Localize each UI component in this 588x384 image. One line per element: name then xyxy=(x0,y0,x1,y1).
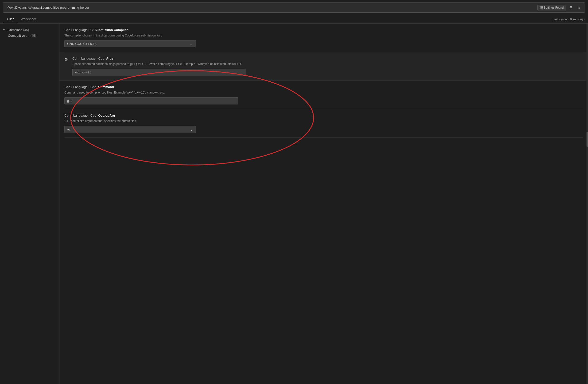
sidebar-extensions-label: Extensions xyxy=(6,28,22,32)
setting-cpp-command-desc: Command used to compile .cpp files. Exam… xyxy=(64,90,583,95)
setting-cpp-args-desc: Space seperated additional flags passed … xyxy=(72,62,583,66)
setting-c-submission-compiler: Cph › Language › C: Submission Compiler … xyxy=(64,24,583,52)
setting-cpp-command-title: Cph › Language › Cpp: Command xyxy=(64,85,583,89)
sidebar-extensions-count: (45) xyxy=(23,28,29,32)
setting-c-submission-compiler-desc: The compiler chosen in the drop down dur… xyxy=(64,33,583,38)
setting-cpp-output-arg-select-wrapper: -o xyxy=(64,126,196,133)
setting-cpp-args-input[interactable] xyxy=(72,69,246,76)
search-bar-right: 45 Settings Found ⊟ ⊿ xyxy=(537,5,581,10)
app-container: @ext:DivyanshuAgrawal.competitive-progra… xyxy=(0,2,588,384)
settings-found-badge: 45 Settings Found xyxy=(537,5,566,10)
chevron-down-icon: ∨ xyxy=(3,28,5,32)
setting-c-submission-compiler-title: Cph › Language › C: Submission Compiler xyxy=(64,28,583,32)
sidebar-competitive-count: (45) xyxy=(30,34,36,37)
setting-cpp-command-input[interactable] xyxy=(64,97,238,104)
setting-c-submission-compiler-select-wrapper: GNU GCC C11 5.1.0 xyxy=(64,40,196,47)
filter-icon[interactable]: ⊿ xyxy=(576,5,581,10)
setting-cpp-output-arg-select[interactable]: -o xyxy=(64,126,196,133)
setting-cpp-command: Cph › Language › Cpp: Command Command us… xyxy=(64,81,583,109)
sidebar-extensions-section: ∨ Extensions (45) Competitive ... (45) xyxy=(0,26,59,39)
content-wrapper: Cph › Language › C: Submission Compiler … xyxy=(64,24,583,138)
setting-cpp-args: ⚙ Cph › Language › Cpp: Args Space seper… xyxy=(59,52,588,81)
search-query: @ext:DivyanshuAgrawal.competitive-progra… xyxy=(7,6,89,9)
tab-list: User Workspace xyxy=(3,15,40,23)
search-bar: @ext:DivyanshuAgrawal.competitive-progra… xyxy=(3,2,585,13)
sidebar-item-extensions[interactable]: ∨ Extensions (45) xyxy=(0,27,59,33)
setting-cpp-output-arg: Cph › Language › Cpp: Output Arg C++ com… xyxy=(64,109,583,138)
main-layout: ∨ Extensions (45) Competitive ... (45) xyxy=(0,24,588,384)
setting-cpp-output-arg-desc: C++ compiler's argument that specifies t… xyxy=(64,119,583,123)
setting-cpp-args-content: Cph › Language › Cpp: Args Space seperat… xyxy=(72,57,583,76)
tab-workspace[interactable]: Workspace xyxy=(17,15,40,23)
settings-content[interactable]: Cph › Language › C: Submission Compiler … xyxy=(59,24,588,384)
setting-cpp-args-title: Cph › Language › Cpp: Args xyxy=(72,57,583,60)
scrollbar-thumb[interactable] xyxy=(587,132,588,147)
scrollbar-track xyxy=(587,24,588,384)
last-synced: Last synced: 0 secs ago xyxy=(553,18,585,21)
sidebar-competitive-label: Competitive ... xyxy=(8,34,29,37)
setting-cpp-output-arg-title: Cph › Language › Cpp: Output Arg xyxy=(64,114,583,117)
sidebar: ∨ Extensions (45) Competitive ... (45) xyxy=(0,24,59,384)
gear-icon[interactable]: ⚙ xyxy=(64,57,69,62)
sidebar-item-competitive[interactable]: Competitive ... (45) xyxy=(0,33,59,38)
tabs-bar: User Workspace Last synced: 0 secs ago xyxy=(0,15,588,24)
clear-filter-icon[interactable]: ⊟ xyxy=(568,5,574,10)
tab-user[interactable]: User xyxy=(3,15,17,23)
setting-c-submission-compiler-select[interactable]: GNU GCC C11 5.1.0 xyxy=(64,40,196,47)
